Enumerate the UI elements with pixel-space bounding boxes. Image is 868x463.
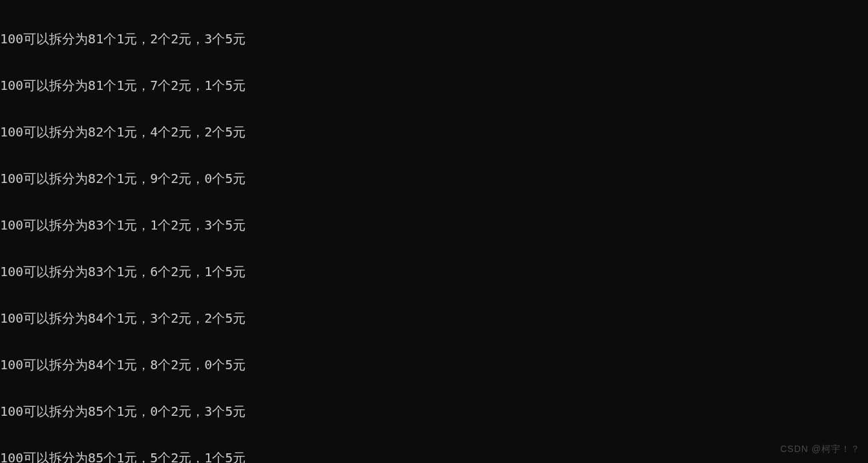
output-line: 100可以拆分为83个1元，6个2元，1个5元 (0, 264, 868, 279)
watermark-text: CSDN @柯宇！？ (780, 441, 860, 457)
terminal-output: 100可以拆分为81个1元，2个2元，3个5元 100可以拆分为81个1元，7个… (0, 0, 868, 463)
output-line: 100可以拆分为81个1元，2个2元，3个5元 (0, 31, 868, 47)
output-line: 100可以拆分为85个1元，0个2元，3个5元 (0, 404, 868, 419)
output-line: 100可以拆分为85个1元，5个2元，1个5元 (0, 450, 868, 463)
output-line: 100可以拆分为82个1元，4个2元，2个5元 (0, 124, 868, 140)
output-line: 100可以拆分为84个1元，3个2元，2个5元 (0, 310, 868, 326)
output-line: 100可以拆分为82个1元，9个2元，0个5元 (0, 171, 868, 186)
output-line: 100可以拆分为84个1元，8个2元，0个5元 (0, 357, 868, 372)
output-line: 100可以拆分为83个1元，1个2元，3个5元 (0, 217, 868, 233)
output-line: 100可以拆分为81个1元，7个2元，1个5元 (0, 78, 868, 93)
